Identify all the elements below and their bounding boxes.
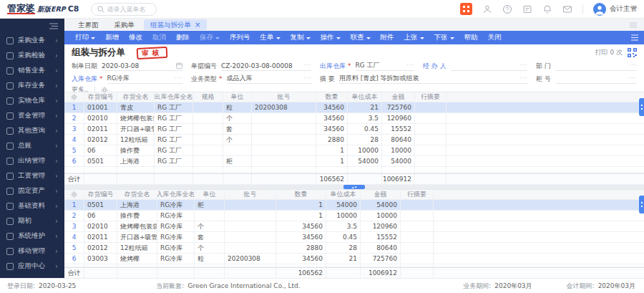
help-icon[interactable]	[502, 4, 512, 14]
calendar-icon[interactable]	[176, 62, 182, 69]
sidebar-item-purchase-inspect[interactable]: 采购检验›	[0, 48, 64, 63]
table-row[interactable]: 206操作费RG冷库11000010000	[64, 211, 644, 221]
add-user-icon[interactable]	[482, 4, 492, 14]
column-header[interactable]: 存货编号	[84, 190, 117, 199]
toolbar-close-button[interactable]: 关闭	[483, 33, 507, 42]
doc-no-input[interactable]: CZ-2020-03-08-00008 ···	[221, 61, 311, 71]
table-row[interactable]: 603003烧烤椰RG冷库粒202003083456021725760	[64, 254, 644, 264]
grid-side-tab[interactable]	[639, 98, 644, 116]
table-row[interactable]: 101001青皮RG 工厂粒202003083456021725760	[64, 102, 644, 113]
table-row[interactable]: 202010烧烤椰包装袋RG 工厂个345603.5120960	[64, 113, 644, 124]
menu-search-box[interactable]	[91, 3, 157, 16]
sidebar-item-inventory[interactable]: 库存业务›	[0, 78, 64, 93]
more-options-icon[interactable]: ···	[303, 76, 311, 82]
sidebar-item-funds[interactable]: 资金管理›	[0, 108, 64, 123]
column-header[interactable]: 入库仓库全名	[157, 190, 195, 199]
out-warehouse-input[interactable]: RG 工厂 ···	[356, 61, 415, 71]
barcode-icon[interactable]	[628, 48, 637, 57]
more-fields-toggle[interactable]: 更多..	[72, 85, 89, 92]
more-options-icon[interactable]: ···	[629, 63, 637, 69]
make-date-input[interactable]: 2020-03-08	[102, 61, 182, 71]
table-row[interactable]: 10501上海港RG冷库柜15400054000	[64, 200, 644, 211]
app-qr-badge-icon[interactable]	[460, 3, 472, 15]
tab-assembly-split[interactable]: 组装与拆分单×	[144, 19, 207, 30]
department-input[interactable]: ···	[555, 61, 637, 71]
column-header[interactable]: 规格	[193, 92, 223, 102]
column-header[interactable]: 批号	[225, 190, 276, 199]
more-options-icon[interactable]: ···	[519, 63, 527, 69]
table-row[interactable]: 302010烧烤椰包装袋RG冷库个345603.5120960	[64, 221, 644, 232]
collapse-menu-icon[interactable]	[49, 23, 58, 29]
toolbar-link-query-button[interactable]: 联查	[346, 33, 376, 42]
toolbar-modify-button[interactable]: 修改	[124, 33, 147, 42]
sidebar-item-other-query[interactable]: 其他查询›	[0, 123, 64, 138]
in-warehouse-input[interactable]: RG冷库 ···	[107, 74, 183, 84]
column-header[interactable]: 存货编号	[84, 92, 117, 102]
form-settings-gear-icon[interactable]	[101, 87, 108, 92]
toolbar-delete-button[interactable]: 删除	[171, 33, 195, 42]
sidebar-item-base-data[interactable]: 基础资料›	[0, 198, 64, 213]
column-header[interactable]: 单位	[223, 92, 252, 102]
column-header[interactable]: 存货全名	[117, 92, 155, 102]
more-options-icon[interactable]: ···	[629, 76, 637, 82]
table-row[interactable]: 60501上海港RG 工厂柜15400054000	[64, 156, 644, 167]
feedback-note-icon[interactable]	[522, 4, 532, 14]
column-header[interactable]: 金额	[361, 190, 401, 199]
column-header[interactable]: 批号	[252, 92, 316, 102]
sidebar-item-fixed-assets[interactable]: 固定资产›	[0, 183, 64, 198]
more-options-icon[interactable]: ···	[303, 63, 311, 69]
summary-input[interactable]: 用原料 [青皮] 等拆卸或组装 ···	[339, 74, 527, 84]
sidebar-item-cashier[interactable]: 出纳管理›	[0, 153, 64, 168]
sidebar-item-opening[interactable]: 期初›	[0, 213, 64, 229]
column-header[interactable]: 单位	[195, 190, 225, 199]
toolbar-operation-button[interactable]: 操作	[316, 33, 346, 42]
toolbar-cancel-button[interactable]: 取消	[147, 33, 171, 42]
sidebar-item-purchase[interactable]: 采购业务›	[0, 33, 64, 48]
toolbar-help-button[interactable]: 帮助	[459, 33, 483, 42]
table-row[interactable]: 40201212粒纸箱RG 工厂个28802880640	[64, 135, 644, 145]
notifications-bell-icon[interactable]	[542, 4, 552, 14]
column-header[interactable]: 数量	[276, 190, 326, 199]
sidebar-item-mobile[interactable]: 移动管理›	[0, 244, 64, 259]
more-options-icon[interactable]: ···	[175, 76, 182, 82]
table-row[interactable]: 506操作费RG 工厂11000010000	[64, 145, 644, 156]
toolbar-serial-no-button[interactable]: 序列号	[225, 33, 255, 42]
sidebar-item-sales[interactable]: 销售业务›	[0, 63, 64, 78]
column-header[interactable]: 单位成本	[348, 92, 382, 102]
toolbar-copy-button[interactable]: 复制	[286, 33, 316, 42]
table-row[interactable]: 402011开口器+吸管RG冷库套345600.4515552	[64, 232, 644, 243]
sidebar-item-system-maintain[interactable]: 系统维护›	[0, 229, 64, 244]
sidebar-item-app-center[interactable]: 应用中心›	[0, 259, 64, 274]
search-input[interactable]	[107, 6, 152, 13]
column-header[interactable]: 数量	[316, 92, 348, 102]
toolbar-prev-doc-button[interactable]: 上张	[399, 33, 429, 42]
column-header[interactable]: 行摘要	[401, 190, 434, 199]
toolbar-new-button[interactable]: 新增	[100, 33, 124, 42]
column-header[interactable]: 存货全名	[117, 190, 157, 199]
table-row[interactable]: 302011开口器+吸管RG 工厂套345600.4515552	[64, 124, 644, 135]
mail-icon[interactable]	[562, 4, 572, 14]
close-icon[interactable]: ×	[195, 21, 200, 29]
sidebar-item-general-ledger[interactable]: 总账›	[0, 138, 64, 153]
table-row[interactable]: 50201212粒纸箱RG冷库个28802880640	[64, 243, 644, 254]
toolbar-next-doc-button[interactable]: 下张	[429, 33, 459, 42]
grid-settings-icon[interactable]	[64, 92, 84, 102]
column-header[interactable]: 出库仓库全名	[155, 92, 193, 102]
sidebar-item-payroll[interactable]: 工资管理›	[0, 168, 64, 183]
operator-input[interactable]: ···	[451, 61, 527, 71]
sidebar-item-physical-warehouse[interactable]: 实物仓库›	[0, 93, 64, 108]
tab-purchase-order[interactable]: 采购单	[108, 19, 142, 30]
toolbar-print-button[interactable]: 打印	[70, 33, 100, 42]
empty-row[interactable]	[64, 167, 644, 173]
more-options-icon[interactable]: ···	[519, 76, 527, 82]
toolbar-save-button[interactable]: 保存	[195, 33, 225, 42]
biz-type-input[interactable]: 成品入库 ···	[227, 74, 312, 84]
user-menu[interactable]: 会计主管	[593, 3, 637, 16]
cabinet-no-input[interactable]: ···	[555, 74, 637, 84]
tab-main[interactable]: 主界面	[72, 19, 105, 30]
toolbar-attachment-button[interactable]: 附件	[376, 33, 399, 42]
column-header[interactable]: 单位成本	[326, 190, 361, 199]
more-options-icon[interactable]: ···	[406, 63, 414, 69]
grid-settings-icon[interactable]	[64, 190, 84, 199]
column-header[interactable]: 行摘要	[415, 92, 447, 102]
